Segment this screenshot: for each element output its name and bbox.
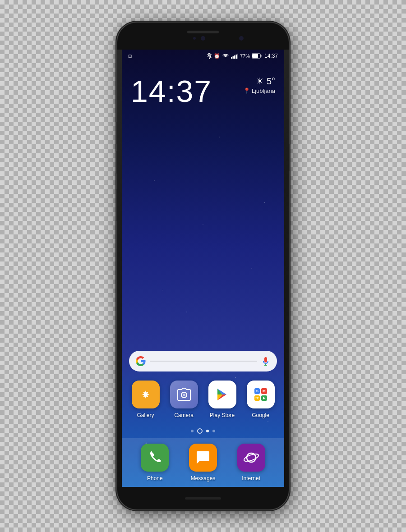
status-time: 14:37 (264, 53, 278, 59)
camera-label: Camera (174, 412, 194, 418)
page-dot-active (206, 430, 209, 432)
battery-percentage: 77% (240, 53, 250, 59)
playstore-icon (208, 381, 236, 408)
app-item-gallery[interactable]: Gallery (129, 381, 162, 418)
power-button[interactable] (289, 144, 291, 171)
page-dot-1 (191, 430, 194, 432)
google-icon: G M 🗺 ▶ (247, 381, 275, 408)
search-divider (150, 361, 257, 362)
weather-location: 📍 Ljubljana (243, 87, 275, 94)
front-camera (201, 36, 205, 41)
svg-rect-6 (252, 54, 258, 58)
status-right: ⏰ 77% (207, 53, 278, 59)
home-dot (197, 428, 203, 434)
bottom-bezel (117, 487, 289, 509)
app-item-playstore[interactable]: Play Store (206, 381, 239, 418)
temperature: 5° (267, 76, 275, 87)
app-grid: Gallery Camera (122, 381, 284, 426)
top-bezel (117, 23, 289, 50)
camera-icon (170, 381, 198, 408)
svg-rect-2 (234, 55, 235, 59)
svg-rect-3 (235, 55, 237, 59)
app-item-camera[interactable]: Camera (168, 381, 200, 418)
dock-item-messages[interactable]: Messages (187, 444, 219, 482)
status-left: ⊡ (128, 54, 132, 59)
svg-point-15 (243, 453, 259, 463)
speaker-grille (187, 31, 219, 33)
dock-item-phone[interactable]: Phone (138, 444, 171, 482)
app-item-google[interactable]: G M 🗺 ▶ Google (245, 381, 277, 418)
sensor (193, 37, 196, 40)
page-dot-3 (212, 430, 215, 432)
svg-rect-1 (232, 56, 234, 59)
svg-rect-4 (237, 54, 238, 59)
internet-app-icon (237, 444, 265, 472)
playstore-label: Play Store (210, 412, 235, 418)
volume-down-button[interactable] (115, 151, 117, 174)
bluetooth-icon (207, 53, 212, 59)
messages-dock-label: Messages (191, 475, 216, 482)
screenshot-icon: ⊡ (128, 54, 132, 59)
alarm-icon: ⏰ (214, 53, 220, 59)
microphone-icon[interactable] (261, 356, 271, 366)
gallery-label: Gallery (137, 412, 154, 418)
google-label: Google (252, 412, 269, 418)
page-indicator (122, 426, 284, 438)
battery-icon (252, 53, 262, 59)
google-g-icon (135, 356, 146, 367)
bottom-dock: Phone Messages (122, 438, 284, 487)
weather-temp: ☀ 5° (243, 76, 275, 87)
sun-icon: ☀ (256, 76, 264, 87)
messages-app-icon (189, 444, 217, 472)
screen: ⊡ ⏰ (122, 50, 284, 487)
gallery-icon (132, 381, 160, 408)
svg-point-12 (183, 394, 185, 396)
phone-app-icon (141, 444, 169, 472)
status-bar: ⊡ ⏰ (122, 50, 284, 62)
svg-rect-0 (231, 57, 232, 59)
signal-icon (231, 53, 238, 59)
search-bar[interactable] (129, 351, 277, 371)
weather-widget: ☀ 5° 📍 Ljubljana (243, 76, 275, 94)
volume-up-button[interactable] (115, 122, 117, 144)
chin-bar (185, 497, 221, 500)
front-camera-2 (239, 36, 244, 41)
pin-icon: 📍 (243, 87, 250, 94)
wifi-icon (222, 53, 229, 59)
dock-item-internet[interactable]: Internet (235, 444, 268, 482)
bixby-button[interactable] (115, 189, 117, 221)
phone-dock-label: Phone (147, 475, 163, 482)
clock-area: 14:37 ☀ 5° 📍 Ljubljana (122, 62, 284, 115)
phone-device: ⊡ ⏰ (117, 23, 289, 509)
svg-rect-7 (260, 55, 261, 57)
internet-dock-label: Internet (242, 475, 260, 482)
